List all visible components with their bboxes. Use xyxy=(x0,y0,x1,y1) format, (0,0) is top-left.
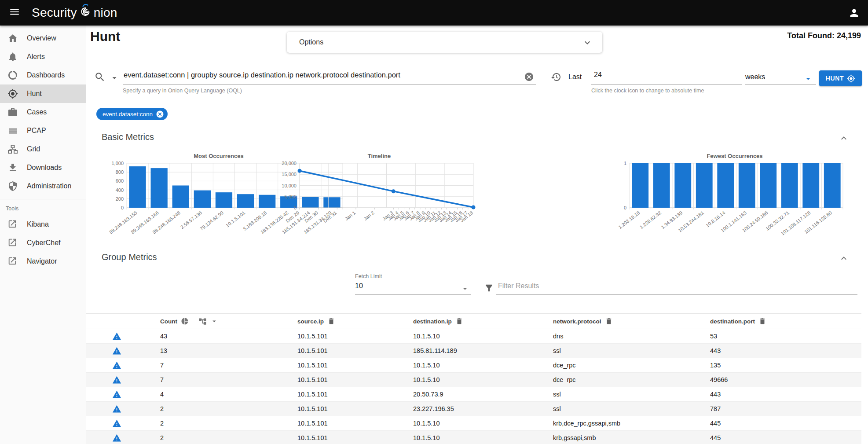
table-cell: 10.1.5.10 xyxy=(413,431,439,444)
svg-text:400: 400 xyxy=(116,187,124,193)
sidebar-item-dashboards[interactable]: Dashboards xyxy=(0,66,86,84)
warning-icon[interactable] xyxy=(109,344,124,358)
table-cell: dce_rpc xyxy=(553,358,576,372)
table-cell: 2 xyxy=(160,402,164,416)
caret-down-icon[interactable] xyxy=(210,317,218,325)
history-clock-icon[interactable] xyxy=(551,72,561,84)
menu-icon[interactable] xyxy=(9,6,20,19)
sidebar-item-hunt[interactable]: Hunt xyxy=(0,84,86,103)
sidebar-item-alerts[interactable]: Alerts xyxy=(0,48,86,66)
table-row[interactable]: 210.1.5.10110.1.5.10krb,gssapi,smb445 xyxy=(81,431,861,444)
svg-text:10.8.16.14: 10.8.16.14 xyxy=(705,210,726,228)
svg-text:10,000: 10,000 xyxy=(282,183,297,188)
fewest-occurrences-chart[interactable]: Fewest Occurrences011.203.16.181.226.62.… xyxy=(609,152,849,246)
crosshair-icon xyxy=(7,88,18,99)
warning-icon[interactable] xyxy=(109,373,124,387)
external-link-icon xyxy=(7,219,18,230)
timeline-chart[interactable]: Timeline05,00010,00015,00020,000Dec 29De… xyxy=(282,152,484,246)
table-row[interactable]: 710.1.5.10110.1.5.10dce_rpc49666 xyxy=(81,373,861,387)
svg-text:79.124.62.90: 79.124.62.90 xyxy=(199,210,224,231)
warning-icon[interactable] xyxy=(109,329,124,343)
column-header-source-ip[interactable]: source.ip xyxy=(297,314,335,329)
sidebar-item-cases[interactable]: Cases xyxy=(0,103,86,121)
svg-text:Dec 29: Dec 29 xyxy=(285,210,300,224)
table-row[interactable]: 410.1.5.10120.50.73.9ssl443 xyxy=(81,387,861,402)
table-row[interactable]: 210.1.5.10110.1.5.10krb,dce_rpc,gssapi,s… xyxy=(81,416,861,431)
sidebar-item-downloads[interactable]: Downloads xyxy=(0,158,86,177)
table-cell: 185.81.114.189 xyxy=(413,344,457,358)
table-row[interactable]: 1310.1.5.101185.81.114.189ssl443 xyxy=(81,344,861,358)
table-cell: ssl xyxy=(553,344,561,358)
sidebar-divider xyxy=(0,199,86,199)
sidebar-item-pcap[interactable]: PCAP xyxy=(0,121,86,140)
svg-text:1,000: 1,000 xyxy=(111,161,124,166)
svg-text:800: 800 xyxy=(116,169,124,175)
group-tree-icon[interactable] xyxy=(198,317,207,326)
time-value-input[interactable] xyxy=(593,70,648,79)
sidebar-item-kibana[interactable]: Kibana xyxy=(0,215,86,234)
table-cell: 4 xyxy=(160,387,164,401)
chevron-down-icon xyxy=(582,37,593,50)
column-header-destination-port[interactable]: destination.port xyxy=(710,314,766,329)
network-icon xyxy=(7,144,18,154)
sidebar-item-administration[interactable]: Administration xyxy=(0,177,86,195)
sidebar-item-navigator[interactable]: Navigator xyxy=(0,252,86,271)
trash-icon[interactable] xyxy=(455,317,463,325)
collapse-group-metrics-icon[interactable] xyxy=(839,253,849,265)
chip-remove-icon[interactable] xyxy=(156,110,164,118)
table-row[interactable]: 210.1.5.10123.227.196.35ssl787 xyxy=(81,402,861,416)
security-onion-logo: Security nion xyxy=(32,4,117,22)
external-link-icon xyxy=(7,256,18,267)
collapse-basic-metrics-icon[interactable] xyxy=(839,133,849,145)
table-cell: 10.1.5.10 xyxy=(413,416,439,430)
warning-icon[interactable] xyxy=(109,358,124,372)
svg-text:1: 1 xyxy=(624,161,626,166)
hunt-button[interactable]: HUNT xyxy=(819,70,862,86)
table-row[interactable]: 710.1.5.10110.1.5.10dce_rpc135 xyxy=(81,358,861,373)
trash-icon[interactable] xyxy=(327,317,335,325)
svg-text:10.1.5.101: 10.1.5.101 xyxy=(225,210,246,228)
table-cell: 7 xyxy=(160,358,164,372)
warning-icon[interactable] xyxy=(109,416,124,430)
table-cell: 10.1.5.101 xyxy=(297,358,328,372)
time-unit-select[interactable]: weeks xyxy=(745,73,765,81)
query-input[interactable] xyxy=(123,70,523,80)
svg-text:Timeline: Timeline xyxy=(368,153,391,159)
search-icon[interactable] xyxy=(94,71,106,84)
query-dropdown-caret-icon[interactable] xyxy=(110,73,119,84)
trash-icon[interactable] xyxy=(758,317,766,325)
pie-chart-icon xyxy=(7,70,18,81)
table-cell: 10.1.5.10 xyxy=(413,358,439,372)
home-icon xyxy=(7,33,18,44)
warning-icon[interactable] xyxy=(109,402,124,416)
pie-chart-icon[interactable] xyxy=(181,317,189,325)
options-expansion-panel[interactable]: Options xyxy=(287,32,602,53)
svg-text:Jan 1: Jan 1 xyxy=(344,210,357,221)
column-header-count[interactable]: Count xyxy=(160,314,218,329)
sidebar-item-label: Cases xyxy=(27,108,47,116)
sidebar-item-cyberchef[interactable]: CyberChef xyxy=(0,234,86,252)
table-cell: 13 xyxy=(160,344,167,358)
warning-icon[interactable] xyxy=(109,431,124,444)
table-cell: 443 xyxy=(710,344,721,358)
sidebar-item-grid[interactable]: Grid xyxy=(0,140,86,158)
filter-results-input[interactable] xyxy=(497,282,855,290)
sidebar-item-overview[interactable]: Overview xyxy=(0,29,86,48)
fetch-limit-select[interactable]: 10 xyxy=(355,282,363,290)
user-account-icon[interactable] xyxy=(848,7,860,21)
svg-text:20,000: 20,000 xyxy=(282,161,297,166)
fetch-limit-caret-icon[interactable] xyxy=(460,284,470,295)
clear-query-icon[interactable] xyxy=(524,72,534,84)
filter-chip[interactable]: event.dataset:conn xyxy=(96,108,168,120)
top-app-bar: Security nion xyxy=(0,0,868,26)
svg-text:600: 600 xyxy=(116,178,124,183)
warning-icon[interactable] xyxy=(109,387,124,401)
trash-icon[interactable] xyxy=(605,317,613,325)
query-hint: Specify a query in Onion Query Language … xyxy=(123,88,242,94)
column-header-destination-ip[interactable]: destination.ip xyxy=(413,314,463,329)
filter-results-underline xyxy=(496,294,857,295)
security-onion-app: Security nion Overview Alerts Dashboard xyxy=(0,0,868,444)
table-row[interactable]: 4310.1.5.10110.1.5.10dns53 xyxy=(81,329,861,344)
column-header-network-protocol[interactable]: network.protocol xyxy=(553,314,613,329)
sidebar-item-label: Downloads xyxy=(27,164,62,172)
